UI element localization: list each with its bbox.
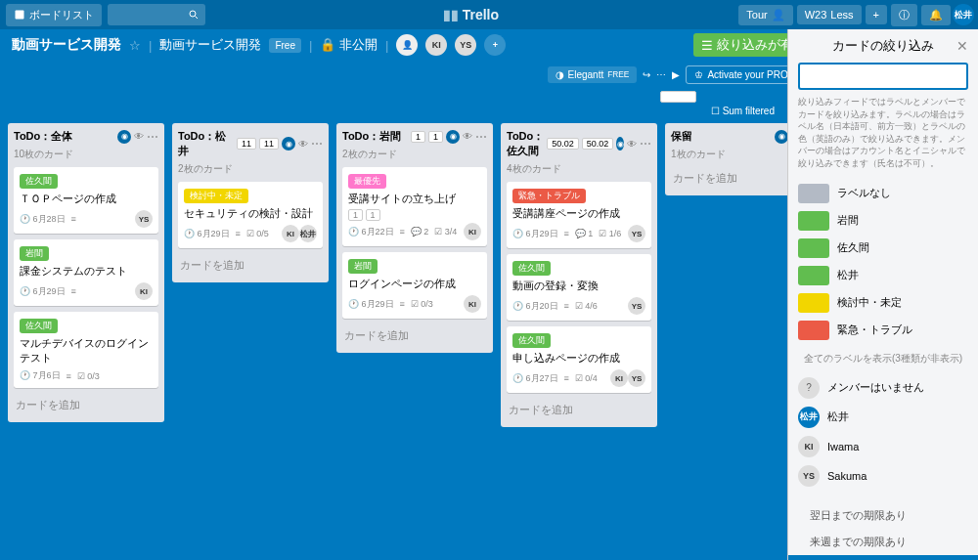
card-member[interactable]: KI [135,282,153,300]
card[interactable]: 緊急・トラブル受講講座ページの作成🕐 6月29日≡💬 1☑ 1/6YS [507,182,651,248]
card-member[interactable]: YS [628,225,645,242]
info-button[interactable]: ⓘ [891,4,917,26]
list: ToDo：松井1111◉👁⋯2枚のカード検討中・未定セキュリティの検討・設計🕐 … [172,123,329,282]
card-member[interactable]: KI [464,295,481,313]
notif-button[interactable]: 🔔 [921,5,951,25]
close-icon[interactable]: ✕ [956,38,968,54]
list: ToDo：佐久間50.0250.02◉👁⋯4枚のカード緊急・トラブル受講講座ペー… [501,123,657,427]
card-member[interactable]: YS [628,369,645,387]
list-icon[interactable]: ◉ [775,130,788,144]
team-name[interactable]: 動画サービス開発 [159,36,261,54]
chevron-right-icon[interactable]: ▶ [672,69,680,80]
clock-icon: 🕐 6月22日 [348,226,394,238]
clock-icon: 🕐 6月29日 [348,298,394,311]
label-filter-row[interactable]: 検討中・未定 [798,289,968,317]
checklist-icon: ☑ 4/6 [575,301,598,311]
card-label: 佐久間 [20,174,58,189]
card[interactable]: 岩間課金システムのテスト🕐 6月29日≡KI [14,239,158,306]
card-member[interactable]: KI [282,225,299,242]
member-avatar[interactable]: YS [455,34,476,56]
sum-filtered: ☐ Sum filtered [711,106,775,116]
filter-input[interactable] [798,63,968,90]
card[interactable]: 佐久間ＴＯＰページの作成🕐 6月28日≡YS [14,167,158,234]
list-title: ToDo：佐久間 [507,129,544,158]
label-filter-row[interactable]: 松井 [798,262,968,289]
card[interactable]: 岩間ログインページの作成🕐 6月29日≡☑ 0/3KI [342,252,487,319]
watch-icon[interactable]: 👁 [463,131,472,142]
list-icon[interactable]: ◉ [117,130,131,144]
show-all-labels[interactable]: 全てのラベルを表示(3種類が非表示) [798,344,968,373]
label-filter-row[interactable]: 緊急・トラブル [798,317,968,344]
list-icon[interactable]: ◉ [446,130,460,144]
card[interactable]: 検討中・未定セキュリティの検討・設計🕐 6月29日≡☑ 0/5KI松井 [178,182,323,248]
elegantt-button[interactable]: ◑ Elegantt FREE [548,66,638,83]
add-button[interactable]: + [866,5,887,24]
card-title: 申し込みページの作成 [512,351,645,366]
label-filter-row[interactable]: ラベルなし [798,180,968,207]
filter-panel: カードの絞り込み ✕ 絞り込みフィードではラベルとメンバーでカードを絞り込みます… [787,29,978,560]
list-icon[interactable]: ◉ [282,137,295,151]
label-name: 緊急・トラブル [837,323,912,337]
card[interactable]: 佐久間申し込みページの作成🕐 6月27日≡☑ 0/4KIYS [507,326,651,393]
watch-icon[interactable]: 👁 [627,139,637,150]
search-input[interactable] [108,4,205,25]
desc-icon: ≡ [564,229,569,238]
user-avatar[interactable]: 松井 [953,4,974,25]
member-avatar[interactable]: KI [425,34,447,56]
due-filter-row[interactable]: 翌日までの期限あり [798,502,968,529]
member-avatar[interactable]: 👤 [396,34,418,56]
desc-icon: ≡ [400,299,405,309]
board-icon [14,9,25,21]
tour-button[interactable]: Tour 👤 [738,5,792,25]
card-label: 佐久間 [512,261,551,276]
list-menu[interactable]: ⋯ [147,130,158,144]
star-icon[interactable]: ☆ [129,38,141,53]
member-filter-row[interactable]: KIIwama [798,432,968,461]
card-label: 最優先 [348,174,386,189]
board-title: 動画サービス開発 [12,36,121,54]
list-menu[interactable]: ⋯ [311,137,323,151]
card-member[interactable]: YS [135,210,153,228]
add-card[interactable]: カードを追加 [507,399,651,421]
card[interactable]: 最優先受講サイトの立ち上げ1 1🕐 6月22日≡💬 2☑ 3/4KI [342,167,487,246]
list-icon[interactable]: ◉ [616,137,624,151]
member-name: Iwama [827,441,859,452]
share-icon[interactable]: ↪ [643,69,650,80]
card-member[interactable]: KI [464,223,481,240]
add-member[interactable]: + [484,34,506,56]
member-filter-row[interactable]: 松井松井 [798,403,968,432]
more-icon[interactable]: ⋯ [656,69,666,80]
due-filter-row[interactable]: 来週までの期限あり [798,529,968,555]
add-card[interactable]: カードを追加 [342,324,487,347]
panel-desc: 絞り込みフィードではラベルとメンバーでカードを絞り込みます。ラベルの場合はラベル… [798,96,968,170]
label-swatch [798,238,829,258]
all-se: All S/E [660,91,696,103]
watch-icon[interactable]: 👁 [134,131,144,142]
boards-button[interactable]: ボードリスト [6,4,102,26]
label-filter-row[interactable]: 岩間 [798,207,968,235]
list-title: 保留 [671,129,772,144]
desc-icon: ≡ [71,286,76,296]
card[interactable]: 佐久間動画の登録・変換🕐 6月20日≡☑ 4/6YS [507,254,651,321]
clock-icon: 🕐 6月29日 [184,228,230,240]
card-member[interactable]: 松井 [299,225,317,242]
card-member[interactable]: KI [610,369,628,387]
label-filter-row[interactable]: 佐久間 [798,235,968,262]
list-count: 4枚のカード [507,162,651,176]
add-card[interactable]: カードを追加 [14,394,158,416]
card[interactable]: 佐久間マルチデバイスのログインテスト🕐 7月6日≡☑ 0/3 [14,312,158,388]
member-filter-row[interactable]: YSSakuma [798,461,968,491]
card-member[interactable]: YS [628,297,645,315]
watch-icon[interactable]: 👁 [298,139,308,150]
no-member-row[interactable]: ?メンバーはいません [798,373,968,403]
logo: ▮▮ Trello [205,7,736,23]
private-toggle[interactable]: 🔒 非公開 [320,36,378,54]
comment-icon: 💬 1 [575,229,594,238]
due-filter-row[interactable]: 来月までの期限あり✓ [788,555,978,560]
card-label: 岩間 [20,246,49,261]
list-menu[interactable]: ⋯ [640,137,651,151]
list-menu[interactable]: ⋯ [475,130,487,144]
boards-label: ボードリスト [29,8,94,22]
add-card[interactable]: カードを追加 [178,254,323,277]
w23-button[interactable]: W23 Less [797,5,862,24]
